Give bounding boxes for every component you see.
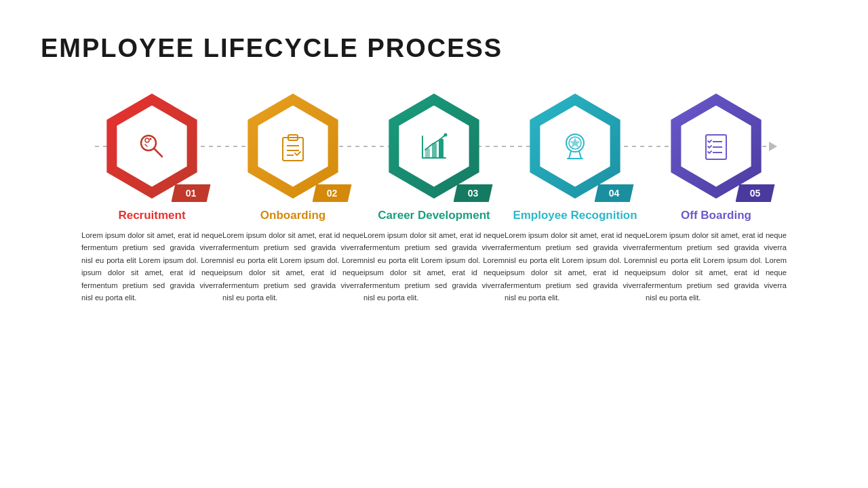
step-number-4: 04 [595,184,634,202]
step-title-4: Employee Recognition [513,209,637,222]
svg-marker-18 [570,138,580,147]
svg-point-15 [444,133,448,136]
step-col-4: 04Employee RecognitionLorem ipsum dolor … [505,90,646,304]
svg-point-2 [145,138,149,142]
step-body-2: Lorem ipsum dolor sit amet, erat id nequ… [222,229,363,304]
step-col-3: 03Career DevelopmentLorem ipsum dolor si… [363,90,505,304]
page-title: EMPLOYEE LIFECYCLE PROCESS [41,34,827,63]
step-title-5: Off Boarding [681,209,751,222]
svg-rect-5 [283,138,303,161]
step-title-3: Career Development [378,209,490,222]
step-number-2: 02 [313,184,352,202]
step-body-5: Lorem ipsum dolor sit amet, erat id nequ… [646,229,787,304]
svg-line-4 [145,144,147,146]
step-number-1: 01 [172,184,211,202]
step-title-2: Onboarding [260,209,326,222]
step-number-5: 05 [736,184,775,202]
step-body-3: Lorem ipsum dolor sit amet, erat id nequ… [363,229,505,304]
step-col-1: 01RecruitmentLorem ipsum dolor sit amet,… [81,90,222,304]
svg-rect-13 [432,143,437,158]
svg-point-3 [150,138,152,140]
step-body-4: Lorem ipsum dolor sit amet, erat id nequ… [505,229,646,304]
step-number-3: 03 [454,184,493,202]
step-title-1: Recruitment [118,209,185,222]
slide: EMPLOYEE LIFECYCLE PROCESS 01Recruitment… [0,0,868,488]
svg-line-19 [569,151,571,159]
step-col-5: 05Off BoardingLorem ipsum dolor sit amet… [646,90,787,304]
svg-rect-14 [439,139,443,158]
svg-line-20 [579,151,581,159]
svg-line-1 [154,148,162,157]
step-body-1: Lorem ipsum dolor sit amet, erat id nequ… [81,229,222,304]
step-col-2: 02OnboardingLorem ipsum dolor sit amet, … [222,90,363,304]
